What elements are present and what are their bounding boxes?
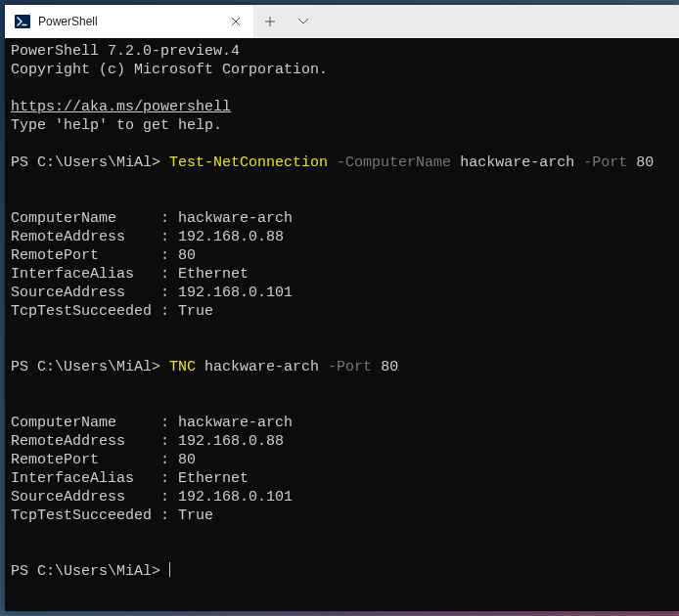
out2-l2: RemoteAddress : 192.168.0.88 [11, 433, 284, 450]
titlebar: PowerShell [5, 5, 679, 38]
prompt-1: PS C:\Users\MiAl> [11, 154, 169, 171]
out1-l6: TcpTestSucceeded : True [11, 303, 213, 320]
banner-copyright: Copyright (c) Microsoft Corporation. [11, 62, 328, 78]
terminal-output[interactable]: PowerShell 7.2.0-preview.4 Copyright (c)… [5, 38, 679, 611]
out1-l2: RemoteAddress : 192.168.0.88 [11, 229, 284, 245]
prompt-2: PS C:\Users\MiAl> [11, 359, 169, 375]
out1-l4: InterfaceAlias : Ethernet [11, 266, 249, 283]
svg-rect-0 [15, 15, 30, 28]
out1-l5: SourceAddress : 192.168.0.101 [11, 285, 293, 301]
close-tab-button[interactable] [228, 14, 244, 29]
cursor [169, 562, 170, 577]
out2-l4: InterfaceAlias : Ethernet [11, 470, 249, 487]
prompt-3: PS C:\Users\MiAl> [11, 563, 169, 580]
cmd1-val2: 80 [636, 154, 654, 171]
out2-l6: TcpTestSucceeded : True [11, 507, 213, 524]
banner-help: Type 'help' to get help. [11, 117, 222, 134]
cmd2-val1: hackware-arch [204, 359, 319, 375]
out2-l3: RemotePort : 80 [11, 452, 196, 468]
cmd1-val1: hackware-arch [460, 154, 574, 171]
out1-l3: RemotePort : 80 [11, 247, 196, 264]
out2-l5: SourceAddress : 192.168.0.101 [11, 489, 293, 506]
powershell-icon [15, 14, 30, 29]
tab-dropdown-button[interactable] [287, 5, 320, 38]
cmd2-name: TNC [169, 359, 196, 375]
terminal-window: PowerShell PowerShell 7.2.0-preview.4 Co… [5, 5, 679, 611]
tab-powershell[interactable]: PowerShell [5, 5, 253, 38]
cmd1-flag1: -ComputerName [337, 154, 451, 171]
out2-l1: ComputerName : hackware-arch [11, 415, 293, 431]
cmd2-val2: 80 [381, 359, 398, 375]
cmd1-name: Test-NetConnection [169, 154, 328, 171]
banner-url[interactable]: https://aka.ms/powershell [11, 99, 231, 115]
cmd1-flag2: -Port [583, 154, 627, 171]
cmd2-flag2: -Port [328, 359, 372, 375]
new-tab-button[interactable] [253, 5, 287, 38]
banner-version: PowerShell 7.2.0-preview.4 [11, 43, 240, 60]
out1-l1: ComputerName : hackware-arch [11, 210, 293, 227]
tab-title: PowerShell [38, 15, 220, 28]
